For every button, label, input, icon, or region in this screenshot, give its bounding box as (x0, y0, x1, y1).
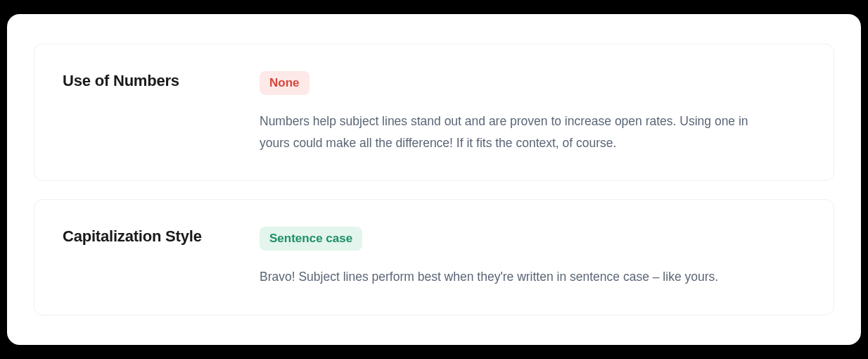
card-title-column: Use of Numbers (63, 71, 245, 153)
status-badge: Sentence case (260, 227, 362, 251)
card-body: None Numbers help subject lines stand ou… (260, 71, 805, 153)
card-title: Capitalization Style (63, 227, 245, 247)
card-body: Sentence case Bravo! Subject lines perfo… (260, 227, 805, 288)
analysis-card-capitalization: Capitalization Style Sentence case Bravo… (34, 199, 834, 315)
analysis-card-numbers: Use of Numbers None Numbers help subject… (34, 44, 834, 181)
status-badge: None (260, 71, 309, 95)
analysis-container: Use of Numbers None Numbers help subject… (7, 14, 861, 345)
card-description: Bravo! Subject lines perform best when t… (260, 266, 780, 288)
card-description: Numbers help subject lines stand out and… (260, 111, 780, 153)
card-title: Use of Numbers (63, 71, 245, 92)
card-title-column: Capitalization Style (63, 227, 245, 288)
